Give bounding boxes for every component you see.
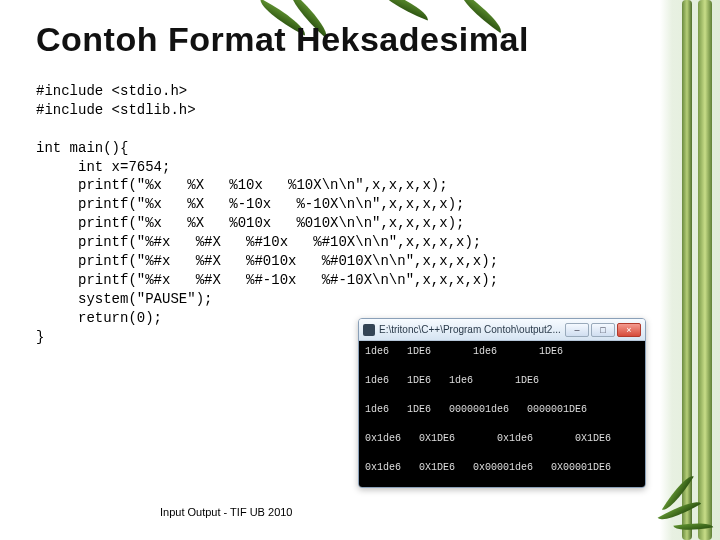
minimize-button[interactable]: – — [565, 323, 589, 337]
maximize-button[interactable]: □ — [591, 323, 615, 337]
console-window: E:\tritonc\C++\Program Contoh\output2...… — [358, 318, 646, 488]
window-title: E:\tritonc\C++\Program Contoh\output2... — [379, 324, 565, 335]
terminal-output: 1de6 1DE6 1de6 1DE6 1de6 1DE6 1de6 1DE6 … — [359, 341, 645, 487]
window-titlebar[interactable]: E:\tritonc\C++\Program Contoh\output2...… — [359, 319, 645, 341]
slide-footer: Input Output - TIF UB 2010 — [160, 506, 292, 518]
app-icon — [363, 324, 375, 336]
code-block: #include <stdio.h> #include <stdlib.h> i… — [36, 82, 498, 346]
page-title: Contoh Format Heksadesimal — [36, 20, 529, 59]
terminal-text: 1de6 1DE6 1de6 1DE6 1de6 1DE6 1de6 1DE6 … — [365, 346, 611, 487]
bamboo-decoration-right — [660, 0, 720, 540]
bamboo-leaves-corner — [660, 502, 714, 536]
close-button[interactable]: × — [617, 323, 641, 337]
